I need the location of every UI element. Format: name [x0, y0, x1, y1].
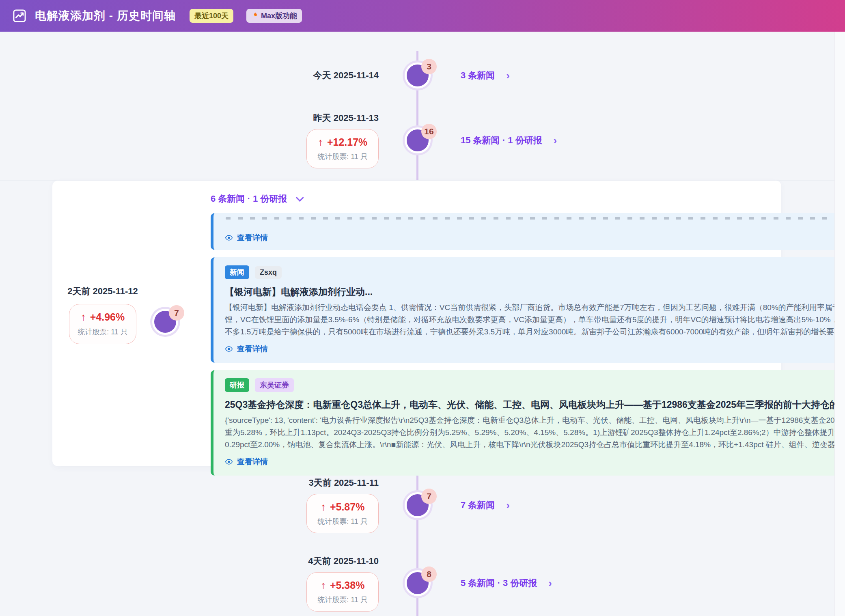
timeline-node[interactable]: 8	[405, 570, 431, 596]
news-count-link[interactable]: 15 条新闻 · 1 份研报 ›	[461, 134, 557, 146]
trend-chart-icon	[12, 9, 27, 23]
news-card-list: 查看详情 新闻 Zsxq 【银河电新】电解液添加剂行业动... 【银河电新】电解…	[211, 213, 845, 476]
page-title: 电解液添加剂 - 历史时间轴	[35, 8, 176, 24]
app-header: 电解液添加剂 - 历史时间轴 最近100天 Max版功能	[0, 0, 845, 32]
source-badge: 东吴证券	[255, 378, 294, 392]
timeline-node[interactable]: 16	[405, 127, 431, 153]
timeline-node[interactable]: 7	[152, 309, 178, 335]
timeline-row-today: 今天 2025-11-14 3 3 条新闻 ›	[0, 32, 845, 100]
change-percent: +12.17%	[327, 136, 367, 148]
report-title: 25Q3基金持仓深度：电新重仓Q3总体上升，电动车、光伏、储能、工控、电网、风电…	[225, 398, 845, 411]
up-arrow-icon: ↑	[321, 579, 326, 592]
news-count-link[interactable]: 5 条新闻 · 3 份研报 ›	[461, 577, 552, 589]
stocks-count: 统计股票: 11 只	[73, 327, 133, 337]
news-body: 【银河电新】电解液添加剂行业动态电话会要点 1、供需情况：VC当前供需很紧，头部…	[225, 302, 845, 338]
change-percent: +5.87%	[330, 501, 365, 513]
clipped-text-sliver	[226, 217, 845, 220]
eye-icon	[225, 234, 233, 242]
count-badge: 7	[169, 305, 184, 321]
news-type-badge: 新闻	[225, 265, 249, 279]
date-label: 今天 2025-11-14	[313, 69, 379, 82]
day-meta: 2天前 2025-11-12 ↑ +4.96% 统计股票: 11 只	[63, 285, 142, 344]
change-percent: +5.38%	[330, 579, 365, 591]
eye-icon	[225, 458, 233, 466]
count-badge: 16	[421, 124, 437, 139]
count-badge: 8	[421, 566, 437, 582]
news-card-partial: 查看详情	[211, 213, 845, 250]
up-arrow-icon: ↑	[321, 501, 326, 513]
news-count-link[interactable]: 3 条新闻 ›	[461, 69, 510, 82]
count-badge: 3	[421, 59, 437, 74]
date-label: 4天前 2025-11-10	[308, 555, 379, 567]
view-detail-link[interactable]: 查看详情	[225, 344, 268, 354]
timeline-node[interactable]: 3	[405, 62, 431, 88]
date-label: 昨天 2025-11-13	[313, 112, 379, 124]
timeline-row-three-days-ago: 3天前 2025-11-11 ↑ +5.87% 统计股票: 11 只 7 7 条…	[0, 466, 845, 544]
eye-icon	[225, 345, 233, 353]
max-feature-badge: Max版功能	[246, 9, 302, 23]
stocks-count: 统计股票: 11 只	[317, 595, 368, 605]
timeline-node[interactable]: 7	[405, 492, 431, 518]
date-range-badge: 最近100天	[190, 9, 233, 23]
count-badge: 7	[421, 489, 437, 504]
report-type-badge: 研报	[225, 378, 249, 392]
news-title: 【银河电新】电解液添加剂行业动...	[225, 286, 845, 298]
stat-pill: ↑ +4.96% 统计股票: 11 只	[69, 304, 136, 344]
timeline-row-yesterday: 昨天 2025-11-13 ↑ +12.17% 统计股票: 11 只 16 15…	[0, 100, 845, 181]
source-badge: Zsxq	[255, 266, 282, 279]
collapse-summary-link[interactable]: 6 条新闻 · 1 份研报	[211, 193, 302, 205]
view-detail-link[interactable]: 查看详情	[225, 457, 268, 467]
chevron-right-icon: ›	[506, 70, 510, 81]
stocks-count: 统计股票: 11 只	[317, 517, 368, 526]
stocks-count: 统计股票: 11 只	[317, 152, 368, 162]
chevron-right-icon: ›	[548, 578, 552, 588]
flame-icon	[251, 11, 259, 21]
up-arrow-icon: ↑	[318, 136, 323, 149]
report-card: 研报 东吴证券 25Q3基金持仓深度：电新重仓Q3总体上升，电动车、光伏、储能、…	[211, 370, 845, 476]
chevron-down-icon	[296, 194, 304, 202]
news-count-link[interactable]: 7 条新闻 ›	[461, 499, 510, 511]
up-arrow-icon: ↑	[81, 311, 86, 323]
timeline-row-two-days-ago: 6 条新闻 · 1 份研报 2天前 2025-11-12 ↑ +4.96% 统计…	[0, 181, 845, 466]
news-card: 新闻 Zsxq 【银河电新】电解液添加剂行业动... 【银河电新】电解液添加剂行…	[211, 257, 845, 363]
report-body: {'sourceType': 13, 'content': '电力设备行业深度报…	[225, 414, 845, 451]
max-feature-label: Max版功能	[261, 11, 297, 21]
stat-pill: ↑ +12.17% 统计股票: 11 只	[306, 129, 379, 168]
date-label: 3天前 2025-11-11	[309, 477, 379, 489]
stat-pill: ↑ +5.38% 统计股票: 11 只	[306, 572, 379, 612]
scrollbar[interactable]	[834, 32, 845, 616]
timeline-row-four-days-ago: 4天前 2025-11-10 ↑ +5.38% 统计股票: 11 只 8 5 条…	[0, 544, 845, 616]
chevron-right-icon: ›	[506, 500, 510, 510]
date-label: 2天前 2025-11-12	[63, 285, 142, 297]
stat-pill: ↑ +5.87% 统计股票: 11 只	[306, 494, 379, 533]
chevron-right-icon: ›	[553, 135, 557, 146]
view-detail-link[interactable]: 查看详情	[225, 233, 268, 243]
change-percent: +4.96%	[90, 311, 125, 323]
expanded-day-panel: 6 条新闻 · 1 份研报 2天前 2025-11-12 ↑ +4.96% 统计…	[52, 181, 781, 466]
